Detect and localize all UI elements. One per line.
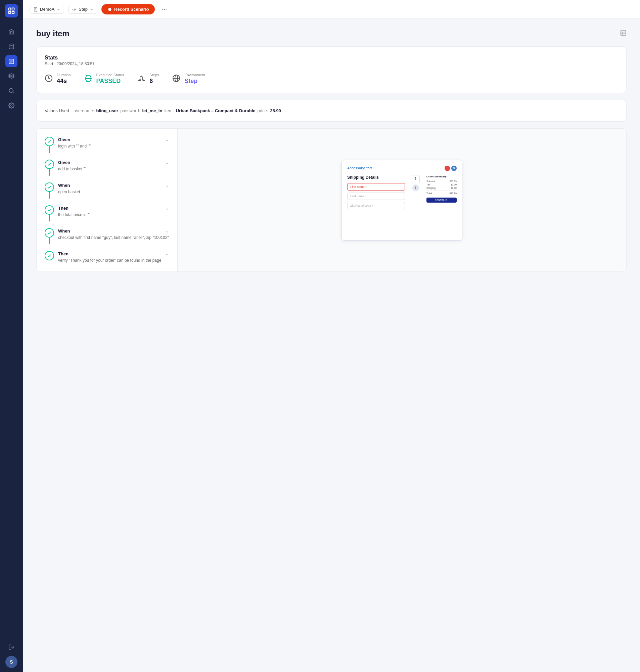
step-content: When ⌄ open basket xyxy=(58,183,169,195)
record-button[interactable]: Record Scenario xyxy=(101,4,155,14)
step-expand-icon[interactable]: ⌄ xyxy=(165,251,169,256)
mock-last-name-input[interactable]: Last name * xyxy=(347,192,405,200)
demo-selector[interactable]: DemoA xyxy=(30,5,64,14)
step-selector[interactable]: Step xyxy=(68,5,97,14)
mock-first-name-input[interactable]: First name * xyxy=(347,183,405,190)
step-type: Then xyxy=(58,251,69,256)
price-key: price: xyxy=(258,108,268,113)
page-title: buy item xyxy=(36,29,70,38)
step-header: Then ⌄ xyxy=(58,251,169,256)
step-expand-icon[interactable]: ⌄ xyxy=(165,183,169,188)
password-key: password: xyxy=(120,108,140,113)
step-type: Then xyxy=(58,206,69,211)
svg-point-17 xyxy=(73,9,73,10)
environment-label: Environment xyxy=(184,73,205,77)
step-circle xyxy=(45,251,54,260)
step-type: Given xyxy=(58,160,70,165)
step-type: Given xyxy=(58,137,70,142)
demo-chevron-icon xyxy=(56,8,60,11)
step-content: Then ⌄ verify "Thank you for your order"… xyxy=(58,251,169,263)
step-description: open basket xyxy=(58,189,169,195)
step-connector xyxy=(49,146,50,153)
step-type: When xyxy=(58,183,70,188)
step-connector xyxy=(49,192,50,199)
step-description: checkout with first name "guy", last nam… xyxy=(58,234,169,241)
mock-total-row: Total $25.99 xyxy=(426,190,457,195)
stat-steps: Steps 6 xyxy=(137,73,159,85)
check-icon xyxy=(47,162,52,167)
step-item: Then ⌄ the total price is "" xyxy=(45,205,169,228)
sidebar-item-scenarios[interactable] xyxy=(5,55,17,67)
total-label: Total xyxy=(426,192,432,195)
step-circle xyxy=(45,228,54,238)
step-expand-icon[interactable]: ⌄ xyxy=(165,160,169,165)
environment-icon xyxy=(172,74,180,84)
step-expand-icon[interactable]: ⌄ xyxy=(165,205,169,211)
environment-value[interactable]: Step xyxy=(184,77,198,84)
content-area: buy item Stats Start : 20/09/2024, 18:50… xyxy=(23,19,640,672)
sidebar-item-settings[interactable] xyxy=(5,70,17,82)
duration-value: 44s xyxy=(57,77,71,85)
mock-qty-box: 1 xyxy=(412,175,420,183)
stats-title: Stats xyxy=(45,55,618,61)
mock-order-title: Order summary xyxy=(426,175,457,178)
step-left xyxy=(45,251,54,260)
mock-qty-info-icon: i xyxy=(412,184,419,191)
mock-form: Shipping Details First name * Last name … xyxy=(347,175,405,211)
user-avatar[interactable]: S xyxy=(5,656,17,668)
steps-value: 6 xyxy=(149,77,159,85)
mock-user-icon: S xyxy=(451,166,457,171)
svg-point-6 xyxy=(11,75,12,77)
item-value: Urban Backpack – Compact & Durable xyxy=(176,108,256,113)
svg-rect-20 xyxy=(621,31,626,35)
step-item: Given ⌄ login with "" and "" xyxy=(45,137,169,160)
step-content: Then ⌄ the total price is "" xyxy=(58,205,169,218)
step-content: Given ⌄ add to basket "" xyxy=(58,160,169,172)
sidebar: S xyxy=(0,0,23,672)
sidebar-item-home[interactable] xyxy=(5,26,17,38)
step-expand-icon[interactable]: ⌄ xyxy=(165,137,169,142)
step-description: add to basket "" xyxy=(58,166,169,172)
check-icon xyxy=(47,139,52,144)
mock-tax-row: Tax $0.00 xyxy=(426,184,457,186)
check-icon xyxy=(47,185,52,189)
sidebar-logo[interactable] xyxy=(5,4,18,17)
mock-continue-button[interactable]: CONTINUE › xyxy=(426,198,457,203)
step-left xyxy=(45,137,54,153)
mock-zip-input[interactable]: Zip/Postal code * xyxy=(347,202,405,209)
price-value: 25.99 xyxy=(270,108,281,113)
list-view-icon[interactable] xyxy=(620,30,627,38)
step-expand-icon[interactable]: ⌄ xyxy=(165,228,169,233)
svg-point-16 xyxy=(74,11,75,11)
svg-point-19 xyxy=(108,8,111,11)
duration-label: Duration xyxy=(57,73,71,77)
step-circle xyxy=(45,137,54,146)
step-header: Given ⌄ xyxy=(58,160,169,165)
step-chevron-icon xyxy=(90,8,94,11)
steps-icon xyxy=(137,74,145,84)
steps-preview-card: Given ⌄ login with "" and "" Given ⌄ add… xyxy=(36,128,627,272)
sidebar-item-search[interactable] xyxy=(5,85,17,97)
svg-rect-0 xyxy=(9,8,11,10)
execution-icon xyxy=(84,74,92,84)
values-label: Values Used : xyxy=(45,108,72,113)
logout-button[interactable] xyxy=(5,641,17,653)
more-button[interactable]: ··· xyxy=(159,4,170,15)
values-card: Values Used : username: blinq_user passw… xyxy=(36,100,627,121)
check-icon xyxy=(47,208,52,212)
preview-mock: AccessoryStore S Shipping Details First … xyxy=(341,160,462,241)
svg-rect-2 xyxy=(9,11,11,13)
item-key: item: xyxy=(164,108,174,113)
step-circle xyxy=(45,183,54,192)
step-circle xyxy=(45,205,54,215)
sidebar-item-gear[interactable] xyxy=(5,99,17,112)
step-left xyxy=(45,183,54,199)
mock-subtotal-row: Subtotal $25.99 xyxy=(426,180,457,183)
sidebar-item-data[interactable] xyxy=(5,40,17,53)
step-header: Then ⌄ xyxy=(58,205,169,211)
step-left xyxy=(45,205,54,221)
check-icon xyxy=(47,253,52,258)
mock-store-name: AccessoryStore xyxy=(347,166,373,170)
step-item: Given ⌄ add to basket "" xyxy=(45,160,169,183)
stat-environment: Environment Step xyxy=(172,73,205,85)
